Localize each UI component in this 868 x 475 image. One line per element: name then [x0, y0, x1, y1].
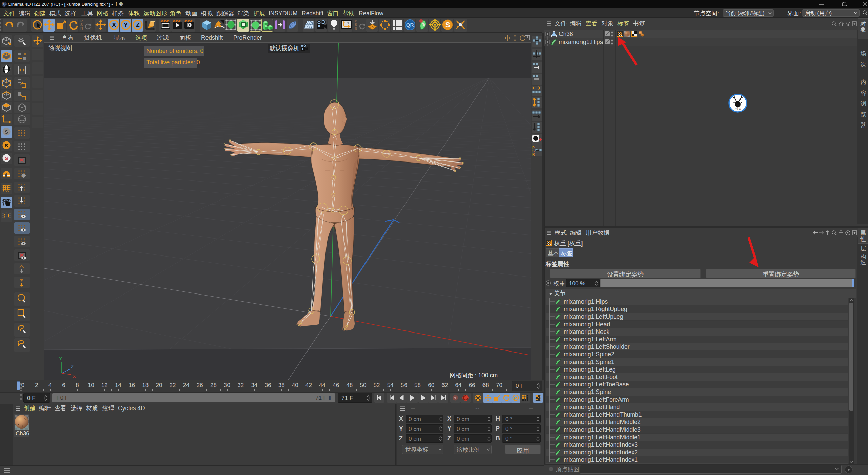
svg-text:行走者: 行走者	[735, 108, 741, 111]
svg-text:X: X	[73, 373, 76, 379]
svg-text:Y: Y	[59, 356, 62, 361]
svg-text:Z: Z	[71, 364, 74, 369]
